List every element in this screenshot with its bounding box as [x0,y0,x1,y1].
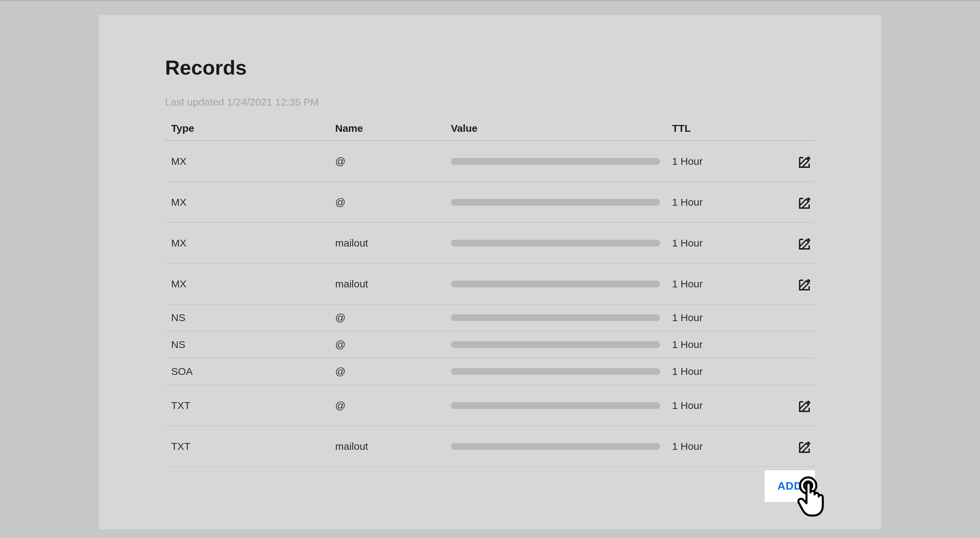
cell-type: MX [165,263,335,305]
edit-button[interactable] [797,273,811,295]
table-row: MX@1 Hour [165,140,815,182]
column-header-value: Value [451,117,672,140]
cell-action [784,223,815,263]
cell-name: @ [335,385,451,426]
cell-ttl: 1 Hour [672,223,784,263]
add-button-wrapper: ADD [165,470,815,502]
cell-value [451,426,672,467]
cell-name: @ [335,358,451,385]
cell-value [451,331,672,358]
edit-icon [797,155,811,172]
edit-icon [797,196,811,213]
edit-icon [797,237,811,254]
cell-value [451,223,672,263]
records-table: Type Name Value TTL MX@1 Hour MX@1 Hour … [165,117,815,467]
cell-ttl: 1 Hour [672,426,784,467]
cell-value [451,358,672,385]
column-header-action [784,117,815,140]
column-header-name: Name [335,117,451,140]
cell-name: mailout [335,426,451,467]
redacted-value-bar [451,158,660,165]
edit-icon [797,399,811,416]
edit-button[interactable] [797,232,811,254]
redacted-value-bar [451,341,660,348]
cell-action [784,305,815,331]
cell-name: mailout [335,223,451,263]
edit-icon [797,278,811,295]
cell-ttl: 1 Hour [672,182,784,223]
cell-ttl: 1 Hour [672,358,784,385]
cell-type: MX [165,140,335,182]
cell-name: @ [335,140,451,182]
cell-action [784,358,815,385]
cell-ttl: 1 Hour [672,140,784,182]
page-title: Records [165,56,815,79]
cell-action [784,140,815,182]
edit-button[interactable] [797,436,811,457]
column-header-ttl: TTL [672,117,784,140]
cell-action [784,426,815,467]
cell-type: SOA [165,358,335,385]
redacted-value-bar [451,281,660,287]
column-header-type: Type [165,117,335,140]
cell-action [784,331,815,358]
redacted-value-bar [451,240,660,246]
cell-type: MX [165,223,335,263]
table-row: MXmailout1 Hour [165,263,815,305]
table-row: NS@1 Hour [165,331,815,358]
cell-value [451,263,672,305]
redacted-value-bar [451,368,660,375]
edit-button[interactable] [797,394,811,416]
cell-type: NS [165,305,335,331]
last-updated: Last updated 1/24/2021 12:35 PM [165,96,815,108]
cell-ttl: 1 Hour [672,385,784,426]
cell-ttl: 1 Hour [672,263,784,305]
cell-type: TXT [165,426,335,467]
cell-type: NS [165,331,335,358]
cell-type: MX [165,182,335,223]
redacted-value-bar [451,199,660,206]
add-button[interactable]: ADD [765,470,815,502]
cell-value [451,385,672,426]
table-row: MXmailout1 Hour [165,223,815,263]
cell-value [451,305,672,331]
cell-name: @ [335,305,451,331]
table-row: SOA@1 Hour [165,358,815,385]
redacted-value-bar [451,443,660,450]
cell-action [784,263,815,305]
table-row: TXT@1 Hour [165,385,815,426]
cell-ttl: 1 Hour [672,331,784,358]
table-row: TXTmailout1 Hour [165,426,815,467]
redacted-value-bar [451,314,660,321]
cell-action [784,182,815,223]
cell-action [784,385,815,426]
cell-value [451,182,672,223]
cell-name: @ [335,331,451,358]
redacted-value-bar [451,402,660,409]
table-row: MX@1 Hour [165,182,815,223]
cell-value [451,140,672,182]
edit-button[interactable] [797,192,811,213]
edit-icon [797,440,811,457]
cell-ttl: 1 Hour [672,305,784,331]
edit-button[interactable] [797,150,811,172]
cell-name: mailout [335,263,451,305]
cell-type: TXT [165,385,335,426]
cell-name: @ [335,182,451,223]
records-panel: Records Last updated 1/24/2021 12:35 PM … [99,15,881,529]
table-row: NS@1 Hour [165,305,815,331]
